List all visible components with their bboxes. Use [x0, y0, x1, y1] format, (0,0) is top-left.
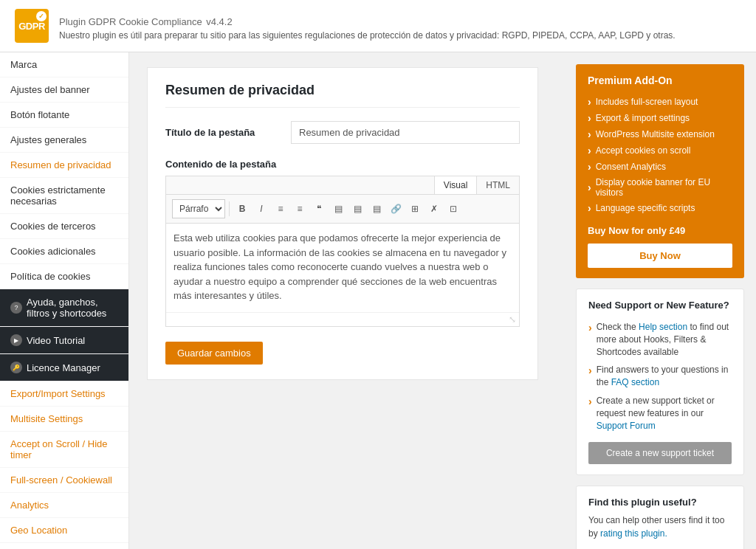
gdpr-logo: GDPR	[15, 9, 49, 43]
format-select[interactable]: Párrafo	[172, 199, 225, 218]
useful-text: You can help other users find it too by …	[588, 514, 732, 540]
italic-btn[interactable]: I	[252, 200, 270, 218]
sidebar-item-cookies-terceros[interactable]: Cookies de terceros	[0, 214, 128, 239]
sidebar-item-fullscreen[interactable]: Full-screen / Cookiewall	[0, 468, 128, 493]
editor-wrapper: Visual HTML Párrafo B I ≡ ≡ ❝ ▤	[165, 176, 520, 327]
sidebar-item-accept-scroll[interactable]: Accept on Scroll / Hide timer	[0, 432, 128, 468]
section-title: Resumen de privacidad	[165, 83, 520, 108]
blockquote-btn[interactable]: ❝	[310, 200, 328, 218]
logo-checkmark	[36, 11, 47, 21]
rating-link[interactable]: rating this plugin.	[600, 528, 667, 539]
faq-link[interactable]: FAQ section	[611, 377, 659, 387]
tab-visual[interactable]: Visual	[434, 176, 477, 194]
support-item-2: Create a new support ticket or request n…	[588, 392, 732, 435]
sidebar-item-boton-flotante[interactable]: Botón flotante	[0, 103, 128, 128]
sidebar-item-cookies-adicionales[interactable]: Cookies adicionales	[0, 239, 128, 264]
resize-icon: ⤡	[509, 314, 516, 325]
useful-box: Find this plugin useful? You can help ot…	[576, 486, 744, 549]
sidebar-ayuda-label: Ayuda, ganchos, filtros y shortcodes	[27, 297, 118, 319]
key-icon: 🔑	[10, 362, 22, 373]
addon-features-list: Includes full-screen layout Export & imp…	[588, 94, 732, 216]
page-header: GDPR Plugin GDPR Cookie Compliance v4.4.…	[0, 0, 756, 52]
sidebar-item-analytics[interactable]: Analytics	[0, 493, 128, 518]
ul-btn[interactable]: ≡	[272, 200, 289, 218]
addon-feature-0: Includes full-screen layout	[588, 94, 732, 110]
editor-toolbar: Párrafo B I ≡ ≡ ❝ ▤ ▤ ▤ 🔗 ⊞ ✗	[166, 195, 519, 224]
help-icon: ?	[10, 302, 22, 314]
support-title: Need Support or New Feature?	[588, 300, 732, 311]
logo-text: GDPR	[18, 21, 45, 32]
sidebar-item-hide-banner[interactable]: Hide Cookie Banner	[0, 543, 128, 549]
addon-feature-5: Display cookie banner for EU visitors	[588, 175, 732, 200]
sidebar-item-export[interactable]: Export/Import Settings	[0, 381, 128, 407]
tab-title-row: Título de la pestaña	[165, 121, 520, 144]
addon-feature-3: Accept cookies on scroll	[588, 142, 732, 159]
right-sidebar: Premium Add-On Includes full-screen layo…	[564, 52, 756, 549]
addon-feature-2: WordPress Multisite extension	[588, 126, 732, 142]
main-layout: Marca Ajustes del banner Botón flotante …	[0, 52, 756, 549]
addon-box: Premium Add-On Includes full-screen layo…	[576, 64, 744, 278]
privacy-form-box: Resumen de privacidad Título de la pesta…	[147, 67, 538, 380]
ol-btn[interactable]: ≡	[291, 200, 309, 218]
addon-feature-1: Export & import settings	[588, 110, 732, 126]
addon-title: Premium Add-On	[588, 75, 732, 86]
help-section-link[interactable]: Help section	[639, 322, 687, 332]
sidebar-item-ayuda[interactable]: ? Ayuda, ganchos, filtros y shortcodes	[0, 289, 128, 327]
bold-btn[interactable]: B	[233, 200, 251, 218]
main-content: Resumen de privacidad Título de la pesta…	[129, 52, 564, 549]
table-btn[interactable]: ⊞	[406, 200, 424, 218]
sidebar-item-video[interactable]: ▶ Video Tutorial	[0, 327, 128, 354]
sidebar-item-cookies-necesarias[interactable]: Cookies estrictamente necesarias	[0, 178, 128, 214]
editor-body[interactable]: Esta web utiliza cookies para que podamo…	[166, 224, 519, 312]
tab-html[interactable]: HTML	[477, 176, 519, 194]
support-text-0: Check the Help section to find out more …	[597, 321, 732, 358]
buy-now-button[interactable]: Buy Now	[588, 244, 732, 268]
support-text-2: Create a new support ticket or request n…	[597, 395, 732, 432]
sidebar-item-geo[interactable]: Geo Location	[0, 518, 128, 543]
editor-tab-bar: Visual HTML	[166, 176, 519, 195]
align-center-btn[interactable]: ▤	[348, 200, 366, 218]
sidebar-item-politica-cookies[interactable]: Política de cookies	[0, 264, 128, 289]
video-icon: ▶	[10, 334, 22, 346]
plugin-subtitle: Nuestro plugin es útil para preparar tu …	[59, 30, 676, 41]
support-box: Need Support or New Feature? Check the H…	[576, 289, 744, 475]
align-right-btn[interactable]: ▤	[368, 200, 385, 218]
align-left-btn[interactable]: ▤	[329, 200, 347, 218]
sidebar-item-licence[interactable]: 🔑 Licence Manager	[0, 354, 128, 381]
addon-feature-6: Language specific scripts	[588, 200, 732, 216]
sidebar-item-resumen-privacidad[interactable]: Resumen de privacidad	[0, 153, 128, 178]
sidebar-item-ajustes-generales[interactable]: Ajustes generales	[0, 128, 128, 153]
sidebar-item-marca[interactable]: Marca	[0, 52, 128, 77]
toolbar-separator-1	[229, 201, 230, 216]
sidebar-licence-label: Licence Manager	[27, 362, 100, 373]
forum-link[interactable]: Support Forum	[597, 421, 656, 431]
editor-resize-handle[interactable]: ⤡	[166, 312, 519, 326]
save-button[interactable]: Guardar cambios	[165, 342, 263, 365]
fullscreen-btn[interactable]: ⊡	[444, 200, 462, 218]
sidebar-item-multisite[interactable]: Multisite Settings	[0, 407, 128, 432]
new-ticket-button[interactable]: Create a new support ticket	[588, 442, 732, 464]
tab-content-label: Contenido de la pestaña	[165, 159, 520, 170]
sidebar-video-label: Video Tutorial	[27, 335, 85, 346]
tab-content-section: Contenido de la pestaña Visual HTML Párr…	[165, 159, 520, 327]
header-text: Plugin GDPR Cookie Compliance v4.4.2 Nue…	[59, 12, 676, 41]
support-item-0: Check the Help section to find out more …	[588, 318, 732, 361]
link-btn[interactable]: 🔗	[387, 200, 405, 218]
support-text-1: Find answers to your questions in the FA…	[597, 364, 732, 389]
tab-title-input[interactable]	[291, 121, 520, 144]
useful-title: Find this plugin useful?	[588, 497, 732, 508]
support-item-1: Find answers to your questions in the FA…	[588, 361, 732, 392]
sidebar-item-ajustes-banner[interactable]: Ajustes del banner	[0, 77, 128, 103]
addon-price: Buy Now for only £49	[588, 225, 732, 236]
tab-title-label: Título de la pestaña	[165, 127, 291, 138]
plugin-title: Plugin GDPR Cookie Compliance v4.4.2	[59, 12, 676, 29]
addon-feature-4: Consent Analytics	[588, 159, 732, 175]
sidebar: Marca Ajustes del banner Botón flotante …	[0, 52, 129, 549]
remove-format-btn[interactable]: ✗	[425, 200, 443, 218]
version-badge: v4.4.2	[206, 16, 232, 27]
